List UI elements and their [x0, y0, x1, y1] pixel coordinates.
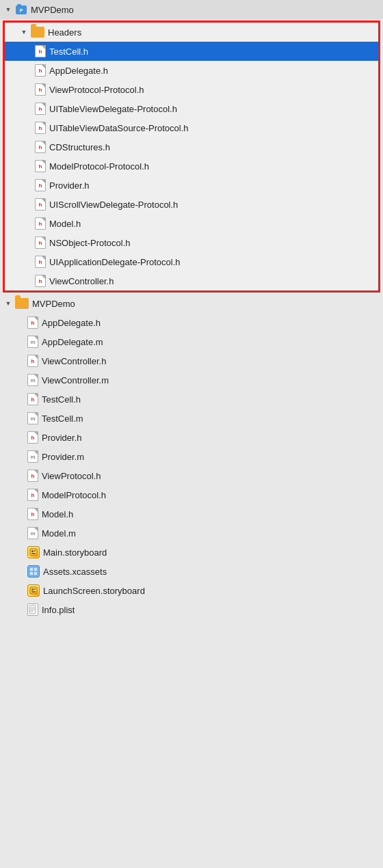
h-file-icon: h [27, 316, 38, 329]
file-label: ViewController.h [49, 276, 114, 286]
file-item-viewcontroller-h[interactable]: h ViewController.h [5, 271, 378, 290]
file-label: Model.m [42, 528, 76, 539]
h-file-icon: h [27, 470, 38, 482]
folder-icon-mvpdemo [15, 298, 29, 309]
root-project-label: MVPDemo [31, 5, 74, 15]
h-file-icon: h [35, 217, 46, 230]
svg-text:P: P [20, 8, 23, 13]
xcassets-file-icon [27, 565, 40, 578]
file-label: TestCell.m [42, 413, 83, 424]
mvp-file-provider-h[interactable]: h Provider.h [0, 428, 383, 447]
file-item-uitableviewdelegate-h[interactable]: h UITableViewDelegate-Protocol.h [5, 99, 378, 118]
file-label: Assets.xcassets [43, 567, 107, 577]
headers-folder-label: Headers [48, 27, 81, 38]
mvp-file-appdelegate-m[interactable]: m AppDelegate.m [0, 332, 383, 351]
file-item-uitableviewdatasource-h[interactable]: h UITableViewDataSource-Protocol.h [5, 118, 378, 137]
h-file-icon: h [27, 489, 38, 501]
svg-rect-11 [34, 572, 37, 575]
svg-rect-1 [17, 4, 21, 7]
file-item-appdelegate-h[interactable]: h AppDelegate.h [5, 61, 378, 80]
mvp-file-model-m[interactable]: m Model.m [0, 524, 383, 543]
file-label: AppDelegate.h [42, 318, 101, 328]
mvp-file-main-storyboard[interactable]: Main.storyboard [0, 543, 383, 562]
file-label: Provider.h [42, 433, 82, 443]
file-label: CDStructures.h [49, 142, 110, 152]
svg-rect-15 [31, 591, 36, 593]
h-file-icon: h [35, 160, 46, 172]
mvp-file-appdelegate-h[interactable]: h AppDelegate.h [0, 313, 383, 332]
h-file-icon: h [35, 103, 46, 115]
mvp-file-assets[interactable]: Assets.xcassets [0, 562, 383, 581]
file-label: Provider.h [49, 180, 90, 191]
file-item-nsobject-h[interactable]: h NSObject-Protocol.h [5, 233, 378, 252]
file-item-provider-h[interactable]: h Provider.h [5, 176, 378, 195]
file-label: ViewController.m [42, 375, 109, 385]
m-file-icon: m [27, 374, 38, 386]
svg-rect-16 [29, 606, 36, 614]
file-item-testcell-h-selected[interactable]: h TestCell.h [5, 42, 378, 61]
file-label: ViewController.h [42, 356, 106, 366]
storyboard-file-icon [27, 546, 40, 558]
mvp-file-model-h[interactable]: h Model.h [0, 504, 383, 524]
h-file-icon: h [35, 236, 46, 249]
h-file-icon: h [35, 64, 46, 77]
folder-icon-headers [31, 27, 44, 38]
svg-rect-10 [30, 572, 33, 575]
file-label: LaunchScreen.storyboard [43, 586, 145, 596]
file-item-viewprotocol-h[interactable]: h ViewProtocol-Protocol.h [5, 80, 378, 99]
h-file-icon: h [35, 198, 46, 211]
h-file-icon: h [35, 275, 46, 287]
headers-group: ▼ Headers h TestCell.h h AppDelegate.h h… [3, 21, 380, 293]
file-label: TestCell.h [42, 394, 81, 405]
file-item-uiappdelegate-h[interactable]: h UIApplicationDelegate-Protocol.h [5, 252, 378, 271]
headers-folder-item[interactable]: ▼ Headers [5, 23, 378, 42]
h-file-icon: h [35, 141, 46, 153]
m-file-icon: m [27, 412, 38, 424]
project-icon: P [15, 3, 27, 16]
mvp-file-testcell-h[interactable]: h TestCell.h [0, 390, 383, 409]
svg-rect-9 [34, 568, 37, 571]
h-file-icon: h [35, 179, 46, 191]
mvpdemo-group: ▼ MVPDemo h AppDelegate.h m AppDelegate.… [0, 294, 383, 619]
file-label: ViewProtocol-Protocol.h [49, 85, 144, 95]
file-label: UIApplicationDelegate-Protocol.h [49, 257, 181, 267]
file-label: AppDelegate.m [42, 337, 103, 347]
mvp-file-testcell-m[interactable]: m TestCell.m [0, 409, 383, 428]
h-file-icon: h [27, 508, 38, 520]
file-item-uiscrollviewdelegate-h[interactable]: h UIScrollViewDelegate-Protocol.h [5, 195, 378, 214]
file-label: Info.plist [42, 605, 75, 615]
file-label: Provider.m [42, 452, 84, 462]
file-label: ModelProtocol-Protocol.h [49, 161, 149, 172]
root-project-item[interactable]: ▼ P MVPDemo [0, 0, 383, 19]
file-label: NSObject-Protocol.h [49, 238, 131, 248]
h-file-icon: h [27, 355, 38, 367]
h-file-icon: h [35, 45, 46, 57]
svg-rect-14 [34, 588, 36, 590]
h-file-icon: h [27, 393, 38, 405]
file-label: ModelProtocol.h [42, 490, 106, 500]
svg-rect-8 [30, 568, 33, 571]
mvp-file-info-plist[interactable]: Info.plist [0, 600, 383, 619]
mvpdemo-folder-item[interactable]: ▼ MVPDemo [0, 294, 383, 313]
mvp-file-viewcontroller-m[interactable]: m ViewController.m [0, 370, 383, 390]
mvp-file-provider-m[interactable]: m Provider.m [0, 447, 383, 466]
file-label: UITableViewDelegate-Protocol.h [49, 104, 177, 114]
file-item-cdstructures-h[interactable]: h CDStructures.h [5, 137, 378, 157]
storyboard-file-icon [27, 584, 40, 597]
file-item-model-h[interactable]: h Model.h [5, 214, 378, 233]
file-item-modelprotocol-h[interactable]: h ModelProtocol-Protocol.h [5, 157, 378, 176]
svg-rect-5 [34, 550, 36, 552]
file-label: Model.h [49, 219, 81, 229]
file-label: ViewProtocol.h [42, 471, 101, 481]
svg-rect-6 [31, 553, 36, 554]
mvp-file-modelprotocol-h[interactable]: h ModelProtocol.h [0, 485, 383, 504]
h-file-icon: h [35, 256, 46, 268]
file-label: Main.storyboard [43, 547, 107, 558]
h-file-icon: h [35, 122, 46, 134]
m-file-icon: m [27, 527, 38, 539]
mvp-file-launchscreen-storyboard[interactable]: LaunchScreen.storyboard [0, 581, 383, 600]
file-label: UIScrollViewDelegate-Protocol.h [49, 200, 178, 210]
mvp-file-viewprotocol-h[interactable]: h ViewProtocol.h [0, 466, 383, 485]
mvp-file-viewcontroller-h[interactable]: h ViewController.h [0, 351, 383, 370]
disclosure-arrow-root: ▼ [3, 4, 14, 15]
